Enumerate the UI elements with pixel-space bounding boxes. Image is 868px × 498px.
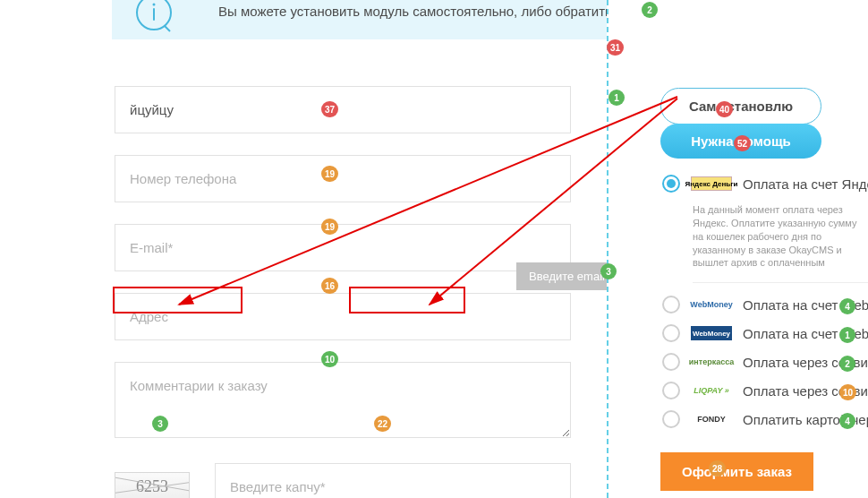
right-panel: Сам установлю Нужна помощь Яндекс Деньги… [607, 0, 868, 498]
payment-label: Оплата через сервис [743, 383, 868, 399]
payment-option-interkassa[interactable]: интеркасса Оплата через сервис [662, 353, 868, 371]
need-help-pill[interactable]: Нужна помощь [660, 124, 821, 159]
captcha-image: 6253 [115, 472, 190, 499]
tooltip-text: Введите email [529, 270, 605, 283]
yandex-logo: Яндекс Деньги [691, 176, 732, 191]
payment-option-fondy[interactable]: FONDY Оплатить картой через [662, 410, 868, 428]
payment-label: Оплата на счет WebMoney [743, 297, 868, 313]
submit-order-button[interactable]: Оформить заказ [660, 452, 813, 491]
email-validation-tooltip: Введите email [516, 262, 617, 290]
webmoney-logo: WebMoney [691, 326, 732, 340]
radio-icon [662, 410, 680, 428]
payment-label: Оплата через сервис [743, 355, 868, 370]
email-input[interactable] [115, 224, 571, 271]
radio-icon [662, 353, 680, 371]
install-choice: Сам установлю Нужна помощь [660, 88, 868, 159]
payment-option-yandex[interactable]: Яндекс Деньги Оплата на счет Яндекс [662, 175, 868, 193]
comment-textarea[interactable] [115, 362, 571, 438]
payment-label: Оплата на счет Яндекс [743, 176, 868, 192]
svg-point-1 [153, 4, 156, 6]
webmoney-logo: WebMoney [691, 297, 732, 312]
captcha-row: 6253 [115, 463, 571, 498]
radio-icon [662, 175, 680, 193]
captcha-input[interactable] [215, 463, 571, 498]
phone-input[interactable] [115, 155, 571, 202]
fondy-logo: FONDY [691, 412, 732, 426]
payment-option-webmoney-1[interactable]: WebMoney Оплата на счет WebMoney [662, 296, 868, 313]
order-form: 6253 [115, 86, 571, 498]
interkassa-logo: интеркасса [691, 355, 732, 369]
radio-icon [662, 382, 680, 399]
payment-label: Оплатить картой через [743, 412, 868, 427]
radio-icon [662, 296, 680, 313]
radio-icon [662, 324, 680, 342]
name-input[interactable] [115, 86, 571, 133]
payment-methods: Яндекс Деньги Оплата на счет Яндекс На д… [662, 175, 868, 439]
address-input[interactable] [115, 293, 571, 340]
liqpay-logo: LIQPAY » [691, 383, 732, 398]
payment-label: Оплата на счет WebMoney [743, 326, 868, 341]
payment-option-webmoney-2[interactable]: WebMoney Оплата на счет WebMoney [662, 324, 868, 342]
self-install-pill[interactable]: Сам установлю [660, 88, 821, 124]
payment-option-liqpay[interactable]: LIQPAY » Оплата через сервис [662, 382, 868, 399]
payment-desc: На данный момент оплата через Яндекс. Оп… [693, 203, 868, 283]
info-icon [134, 0, 174, 32]
